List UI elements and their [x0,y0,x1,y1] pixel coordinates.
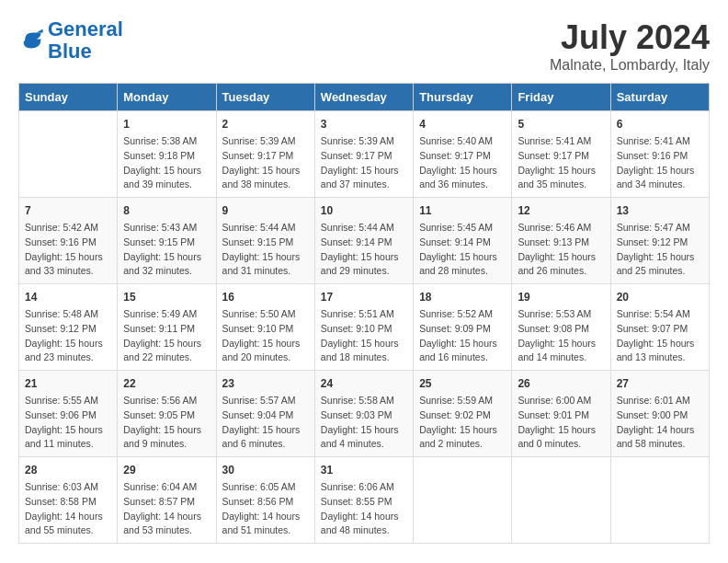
day-number: 21 [25,375,111,392]
calendar-cell: 18Sunrise: 5:52 AM Sunset: 9:09 PM Dayli… [414,284,512,371]
calendar-week: 1Sunrise: 5:38 AM Sunset: 9:18 PM Daylig… [19,111,710,198]
calendar-cell: 16Sunrise: 5:50 AM Sunset: 9:10 PM Dayli… [216,284,314,371]
calendar-cell: 21Sunrise: 5:55 AM Sunset: 9:06 PM Dayli… [19,371,118,457]
day-info: Sunrise: 5:42 AM Sunset: 9:16 PM Dayligh… [25,221,111,279]
day-number: 9 [222,202,309,219]
day-info: Sunrise: 6:03 AM Sunset: 8:58 PM Dayligh… [25,480,111,538]
day-info: Sunrise: 5:48 AM Sunset: 9:12 PM Dayligh… [25,307,111,365]
day-info: Sunrise: 6:04 AM Sunset: 8:57 PM Dayligh… [123,480,210,538]
day-number: 16 [222,289,309,305]
day-number: 30 [222,462,309,478]
calendar-cell [414,457,512,544]
calendar-cell: 19Sunrise: 5:53 AM Sunset: 9:08 PM Dayli… [512,284,610,371]
day-info: Sunrise: 5:38 AM Sunset: 9:18 PM Dayligh… [123,134,210,192]
day-info: Sunrise: 5:54 AM Sunset: 9:07 PM Dayligh… [617,307,703,365]
logo: General Blue [18,18,123,63]
calendar-cell: 31Sunrise: 6:06 AM Sunset: 8:55 PM Dayli… [314,457,413,544]
calendar-cell: 23Sunrise: 5:57 AM Sunset: 9:04 PM Dayli… [216,371,314,457]
calendar-table: SundayMondayTuesdayWednesdayThursdayFrid… [18,83,710,544]
day-info: Sunrise: 5:56 AM Sunset: 9:05 PM Dayligh… [123,394,210,452]
day-number: 13 [617,202,703,219]
day-number: 1 [123,116,210,132]
calendar-week: 28Sunrise: 6:03 AM Sunset: 8:58 PM Dayli… [19,457,710,544]
day-info: Sunrise: 5:58 AM Sunset: 9:03 PM Dayligh… [321,394,407,452]
day-info: Sunrise: 5:49 AM Sunset: 9:11 PM Dayligh… [123,307,210,365]
day-info: Sunrise: 5:39 AM Sunset: 9:17 PM Dayligh… [222,134,309,192]
calendar-cell: 29Sunrise: 6:04 AM Sunset: 8:57 PM Dayli… [118,457,216,544]
calendar-cell: 5Sunrise: 5:41 AM Sunset: 9:17 PM Daylig… [512,111,610,198]
day-number: 5 [518,116,604,132]
day-info: Sunrise: 5:47 AM Sunset: 9:12 PM Dayligh… [617,221,703,279]
logo-text: General Blue [48,18,123,63]
day-info: Sunrise: 6:01 AM Sunset: 9:00 PM Dayligh… [617,394,703,452]
calendar-cell: 22Sunrise: 5:56 AM Sunset: 9:05 PM Dayli… [118,371,216,457]
calendar-cell: 12Sunrise: 5:46 AM Sunset: 9:13 PM Dayli… [512,198,610,284]
day-number: 24 [321,375,407,392]
calendar-cell: 11Sunrise: 5:45 AM Sunset: 9:14 PM Dayli… [414,198,512,284]
day-info: Sunrise: 5:59 AM Sunset: 9:02 PM Dayligh… [419,394,506,452]
calendar-cell: 26Sunrise: 6:00 AM Sunset: 9:01 PM Dayli… [512,371,610,457]
day-number: 14 [25,289,111,305]
day-number: 20 [617,289,703,305]
day-info: Sunrise: 6:00 AM Sunset: 9:01 PM Dayligh… [518,394,604,452]
day-number: 23 [222,375,309,392]
day-number: 3 [321,116,407,132]
day-number: 6 [617,116,703,132]
calendar-cell: 2Sunrise: 5:39 AM Sunset: 9:17 PM Daylig… [216,111,314,198]
calendar-cell [19,111,118,198]
calendar-cell: 17Sunrise: 5:51 AM Sunset: 9:10 PM Dayli… [314,284,413,371]
day-number: 29 [123,462,210,478]
calendar-cell: 30Sunrise: 6:05 AM Sunset: 8:56 PM Dayli… [216,457,314,544]
calendar-cell: 28Sunrise: 6:03 AM Sunset: 8:58 PM Dayli… [19,457,118,544]
day-number: 31 [321,462,407,478]
day-info: Sunrise: 6:05 AM Sunset: 8:56 PM Dayligh… [222,480,309,538]
calendar-cell: 1Sunrise: 5:38 AM Sunset: 9:18 PM Daylig… [118,111,216,198]
calendar-cell: 8Sunrise: 5:43 AM Sunset: 9:15 PM Daylig… [118,198,216,284]
day-info: Sunrise: 5:44 AM Sunset: 9:15 PM Dayligh… [222,221,309,279]
month-title: July 2024 [550,18,710,57]
day-info: Sunrise: 5:44 AM Sunset: 9:14 PM Dayligh… [321,221,407,279]
page-header: General Blue July 2024 Malnate, Lombardy… [18,18,710,74]
logo-icon [18,28,44,53]
calendar-header: SundayMondayTuesdayWednesdayThursdayFrid… [19,84,710,111]
day-number: 15 [123,289,210,305]
calendar-cell: 9Sunrise: 5:44 AM Sunset: 9:15 PM Daylig… [216,198,314,284]
calendar-cell: 7Sunrise: 5:42 AM Sunset: 9:16 PM Daylig… [19,198,118,284]
calendar-cell: 27Sunrise: 6:01 AM Sunset: 9:00 PM Dayli… [610,371,709,457]
day-number: 27 [617,375,703,392]
day-info: Sunrise: 5:46 AM Sunset: 9:13 PM Dayligh… [518,221,604,279]
day-number: 10 [321,202,407,219]
header-row: SundayMondayTuesdayWednesdayThursdayFrid… [19,84,710,111]
day-number: 11 [419,202,506,219]
calendar-week: 14Sunrise: 5:48 AM Sunset: 9:12 PM Dayli… [19,284,710,371]
day-number: 28 [25,462,111,478]
day-info: Sunrise: 5:50 AM Sunset: 9:10 PM Dayligh… [222,307,309,365]
calendar-cell: 4Sunrise: 5:40 AM Sunset: 9:17 PM Daylig… [414,111,512,198]
day-info: Sunrise: 6:06 AM Sunset: 8:55 PM Dayligh… [321,480,407,538]
day-number: 25 [419,375,506,392]
weekday-header: Friday [512,84,610,111]
day-number: 19 [518,289,604,305]
calendar-cell [610,457,709,544]
calendar-week: 21Sunrise: 5:55 AM Sunset: 9:06 PM Dayli… [19,371,710,457]
day-number: 7 [25,202,111,219]
calendar-cell: 13Sunrise: 5:47 AM Sunset: 9:12 PM Dayli… [610,198,709,284]
day-number: 2 [222,116,309,132]
day-info: Sunrise: 5:51 AM Sunset: 9:10 PM Dayligh… [321,307,407,365]
day-number: 4 [419,116,506,132]
calendar-body: 1Sunrise: 5:38 AM Sunset: 9:18 PM Daylig… [19,111,710,544]
calendar-cell: 24Sunrise: 5:58 AM Sunset: 9:03 PM Dayli… [314,371,413,457]
calendar-cell [512,457,610,544]
day-info: Sunrise: 5:41 AM Sunset: 9:16 PM Dayligh… [617,134,703,192]
day-info: Sunrise: 5:43 AM Sunset: 9:15 PM Dayligh… [123,221,210,279]
day-info: Sunrise: 5:40 AM Sunset: 9:17 PM Dayligh… [419,134,506,192]
location: Malnate, Lombardy, Italy [550,57,710,74]
day-number: 12 [518,202,604,219]
calendar-cell: 15Sunrise: 5:49 AM Sunset: 9:11 PM Dayli… [118,284,216,371]
calendar-cell: 25Sunrise: 5:59 AM Sunset: 9:02 PM Dayli… [414,371,512,457]
day-number: 26 [518,375,604,392]
day-number: 22 [123,375,210,392]
day-number: 17 [321,289,407,305]
day-info: Sunrise: 5:55 AM Sunset: 9:06 PM Dayligh… [25,394,111,452]
day-info: Sunrise: 5:41 AM Sunset: 9:17 PM Dayligh… [518,134,604,192]
